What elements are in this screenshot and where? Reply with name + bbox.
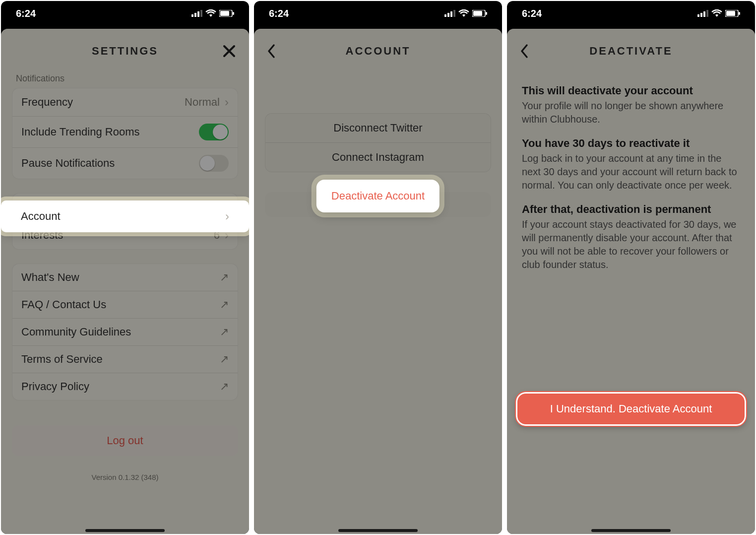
home-indicator: [85, 529, 165, 532]
row-account[interactable]: Account ›: [1, 201, 249, 232]
row-community[interactable]: Community Guidelines ↗: [12, 319, 238, 346]
row-whats-new[interactable]: What's New ↗: [12, 264, 238, 291]
phone-account: 6:24 ACCOUNT Disconnect Tw: [254, 1, 502, 534]
svg-rect-20: [739, 12, 740, 15]
info-text-3: If your account stays deactivated for 30…: [522, 218, 740, 271]
section-label-notifications: Notifications: [1, 73, 249, 88]
phone-settings: 6:24 SETTINGS Notifications: [1, 1, 249, 534]
external-link-icon: ↗: [220, 353, 229, 366]
row-label: Account: [21, 210, 61, 223]
status-time: 6:24: [269, 8, 289, 19]
deactivate-info: This will deactivate your account Your p…: [507, 84, 755, 271]
external-link-icon: ↗: [220, 326, 229, 338]
row-label: Pause Notifications: [21, 157, 115, 170]
version-text: Version 0.1.32 (348): [1, 473, 249, 481]
battery-icon: [725, 10, 740, 17]
info-text-1: Your profile will no longer be shown any…: [522, 99, 740, 126]
row-label: Terms of Service: [21, 353, 103, 366]
confirm-deactivate-button[interactable]: I Understand. Deactivate Account: [516, 392, 746, 426]
info-heading-3: After that, deactivation is permanent: [522, 203, 740, 216]
row-label: Privacy Policy: [21, 380, 89, 393]
svg-rect-17: [706, 10, 708, 17]
svg-rect-1: [194, 13, 196, 17]
logout-label: Log out: [107, 434, 143, 447]
svg-rect-8: [447, 13, 449, 17]
row-label: What's New: [21, 271, 79, 284]
home-indicator: [591, 529, 671, 532]
header: SETTINGS: [1, 29, 249, 73]
back-icon[interactable]: [267, 44, 276, 59]
status-time: 6:24: [16, 8, 36, 19]
svg-rect-19: [726, 11, 735, 16]
svg-rect-9: [450, 11, 452, 17]
status-icons: [444, 9, 487, 17]
frequency-value: Normal: [185, 96, 220, 109]
button-label: I Understand. Deactivate Account: [550, 402, 712, 415]
svg-rect-0: [191, 14, 193, 17]
header: DEACTIVATE: [507, 29, 755, 73]
svg-rect-6: [233, 12, 234, 15]
disconnect-twitter-button[interactable]: Disconnect Twitter: [265, 114, 491, 143]
header: ACCOUNT: [254, 29, 502, 73]
page-title: ACCOUNT: [346, 45, 411, 58]
row-faq[interactable]: FAQ / Contact Us ↗: [12, 291, 238, 319]
svg-rect-12: [473, 11, 482, 16]
svg-rect-15: [700, 13, 702, 17]
button-label: Deactivate Account: [331, 190, 425, 202]
page-title: DEACTIVATE: [589, 45, 672, 58]
svg-rect-2: [197, 11, 199, 17]
row-trending[interactable]: Include Trending Rooms: [12, 117, 238, 148]
svg-rect-7: [444, 14, 446, 17]
page-title: SETTINGS: [92, 45, 158, 58]
battery-icon: [472, 10, 487, 17]
notifications-group: Frequency Normal › Include Trending Room…: [12, 88, 238, 179]
status-bar: 6:24: [1, 1, 249, 26]
deactivate-account-button[interactable]: Deactivate Account: [316, 180, 440, 212]
close-icon[interactable]: [222, 44, 236, 58]
back-icon[interactable]: [520, 44, 529, 59]
wifi-icon: [711, 9, 722, 17]
svg-rect-10: [453, 10, 455, 17]
battery-icon: [219, 10, 234, 17]
row-pause[interactable]: Pause Notifications: [12, 148, 238, 179]
info-text-2: Log back in to your account at any time …: [522, 152, 740, 192]
button-label: Disconnect Twitter: [333, 122, 422, 134]
info-heading-2: You have 30 days to reactivate it: [522, 137, 740, 150]
external-link-icon: ↗: [220, 271, 229, 284]
row-frequency[interactable]: Frequency Normal ›: [12, 88, 238, 117]
status-bar: 6:24: [254, 1, 502, 26]
phone-deactivate: 6:24 DEACTIVATE This will deactivate: [507, 1, 755, 534]
chevron-right-icon: ›: [225, 95, 229, 109]
links-group: What's New ↗ FAQ / Contact Us ↗ Communit…: [12, 264, 238, 401]
logout-button[interactable]: Log out: [12, 425, 238, 456]
info-heading-1: This will deactivate your account: [522, 84, 740, 97]
status-bar: 6:24: [507, 1, 755, 26]
row-label: Community Guidelines: [21, 326, 131, 338]
wifi-icon: [458, 9, 469, 17]
external-link-icon: ↗: [220, 380, 229, 393]
svg-rect-5: [220, 11, 229, 16]
connect-instagram-button[interactable]: Connect Instagram: [265, 143, 491, 172]
cellular-icon: [191, 10, 202, 17]
toggle-trending[interactable]: [199, 124, 229, 140]
cellular-icon: [697, 10, 708, 17]
external-link-icon: ↗: [220, 298, 229, 311]
row-terms[interactable]: Terms of Service ↗: [12, 346, 238, 373]
wifi-icon: [205, 9, 216, 17]
cellular-icon: [444, 10, 455, 17]
status-icons: [191, 9, 234, 17]
svg-rect-14: [697, 14, 699, 17]
chevron-right-icon: ›: [225, 209, 229, 223]
toggle-pause[interactable]: [199, 155, 229, 172]
row-label: Include Trending Rooms: [21, 126, 139, 138]
social-group: Disconnect Twitter Connect Instagram: [265, 113, 491, 172]
svg-rect-13: [486, 12, 487, 15]
svg-rect-3: [200, 10, 202, 17]
home-indicator: [338, 529, 418, 532]
row-label: FAQ / Contact Us: [21, 298, 106, 311]
button-label: Connect Instagram: [332, 151, 424, 163]
status-icons: [697, 9, 740, 17]
row-label: Frequency: [21, 96, 73, 109]
row-privacy[interactable]: Privacy Policy ↗: [12, 373, 238, 400]
status-time: 6:24: [522, 8, 542, 19]
